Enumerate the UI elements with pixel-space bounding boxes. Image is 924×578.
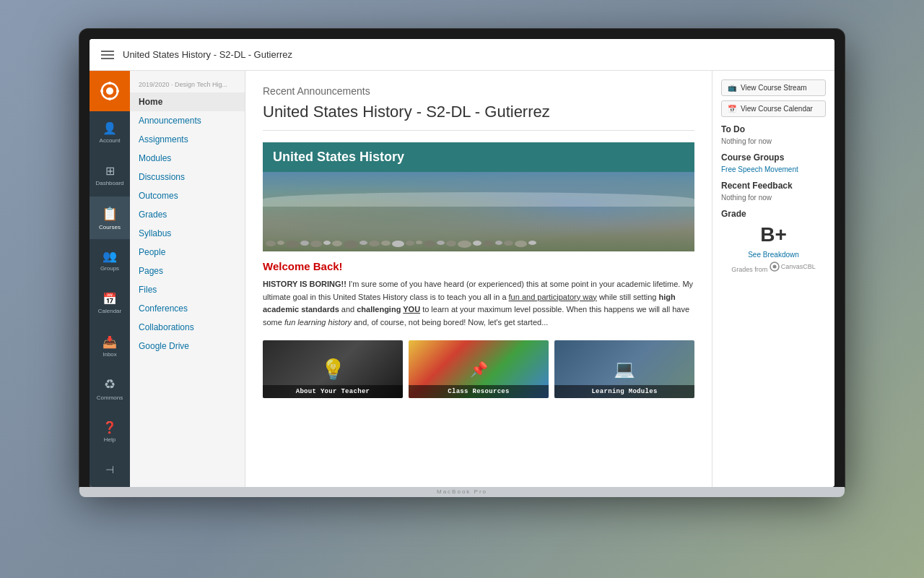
nav-item-calendar[interactable]: 📅 Calendar — [90, 282, 130, 324]
recent-announcements-label: Recent Announcements — [263, 85, 694, 97]
sidebar-item-conferences[interactable]: Conferences — [130, 299, 245, 318]
tile-class-resources[interactable]: Class Resources — [409, 340, 549, 398]
stream-icon: 📺 — [728, 84, 736, 92]
nav-item-help[interactable]: ❓ Help — [90, 410, 130, 453]
sidebar-item-home[interactable]: Home — [130, 92, 245, 111]
svg-point-5 — [116, 90, 119, 92]
course-image-bg — [263, 172, 694, 251]
view-course-stream-button[interactable]: 📺 View Course Stream — [721, 79, 826, 96]
tile-learning-modules-label: Learning Modules — [554, 385, 694, 398]
course-groups-title: Course Groups — [721, 152, 826, 163]
main-layout: 👤 Account ⊞ Dashboard 📋 Courses 👥 Groups — [90, 71, 834, 487]
left-nav: 👤 Account ⊞ Dashboard 📋 Courses 👥 Groups — [90, 71, 130, 487]
nav-item-commons[interactable]: ♻ Commons — [90, 368, 130, 410]
sidebar-item-syllabus[interactable]: Syllabus — [130, 224, 245, 243]
nav-item-dashboard[interactable]: ⊞ Dashboard — [90, 154, 130, 197]
right-panel: 📺 View Course Stream 📅 View Course Calen… — [712, 71, 834, 487]
grade-title: Grade — [721, 209, 826, 219]
svg-point-1 — [106, 87, 113, 95]
tile-about-teacher-label: About Your Teacher — [263, 385, 403, 398]
sidebar-item-announcements[interactable]: Announcements — [130, 111, 245, 130]
view-course-calendar-button[interactable]: 📅 View Course Calendar — [721, 100, 826, 117]
recent-feedback-title: Recent Feedback — [721, 181, 826, 191]
top-bar: United States History - S2-DL - Gutierre… — [90, 39, 834, 71]
sidebar-item-pages[interactable]: Pages — [130, 262, 245, 280]
sidebar-item-grades[interactable]: Grades — [130, 205, 245, 224]
to-do-title: To Do — [721, 124, 826, 134]
sidebar: 2019/2020 · Design Tech Hig... Home Anno… — [130, 71, 245, 487]
svg-point-7 — [772, 265, 776, 269]
commons-icon: ♻ — [104, 376, 116, 392]
svg-point-3 — [108, 98, 111, 100]
image-tiles: About Your Teacher Class Resources Learn… — [263, 340, 694, 398]
calendar-btn-icon: 📅 — [728, 105, 736, 113]
sidebar-item-assignments[interactable]: Assignments — [130, 130, 245, 149]
tile-class-resources-label: Class Resources — [409, 385, 549, 398]
grades-from: Grades from CanvasCBL — [721, 262, 826, 273]
help-icon: ❓ — [103, 420, 117, 434]
sidebar-item-collaborations[interactable]: Collaborations — [130, 318, 245, 337]
calendar-icon: 📅 — [103, 292, 117, 306]
course-banner: United States History — [263, 142, 694, 172]
course-description: HISTORY IS BORING!! I'm sure some of you… — [263, 278, 694, 329]
recent-feedback-nothing: Nothing for now — [721, 194, 826, 202]
nav-item-groups[interactable]: 👥 Groups — [90, 239, 130, 282]
tile-about-teacher[interactable]: About Your Teacher — [263, 340, 403, 398]
grade-value: B+ — [721, 223, 826, 246]
course-group-link[interactable]: Free Speech Movement — [721, 165, 826, 173]
to-do-nothing: Nothing for now — [721, 137, 826, 145]
groups-icon: 👥 — [103, 249, 117, 263]
courses-icon: 📋 — [102, 206, 118, 222]
page-title: United States History - S2-DL - Gutierre… — [263, 103, 694, 131]
sidebar-item-discussions[interactable]: Discussions — [130, 168, 245, 186]
sidebar-item-modules[interactable]: Modules — [130, 149, 245, 168]
collapse-icon: ⊣ — [105, 464, 114, 475]
sidebar-item-files[interactable]: Files — [130, 280, 245, 299]
tile-learning-modules[interactable]: Learning Modules — [554, 340, 694, 398]
canvas-cbl-logo: CanvasCBL — [770, 262, 816, 272]
account-icon: 👤 — [103, 121, 117, 135]
content-area: Recent Announcements United States Histo… — [245, 71, 712, 487]
dashboard-icon: ⊞ — [105, 164, 115, 178]
inbox-icon: 📥 — [103, 335, 117, 349]
nav-item-courses[interactable]: 📋 Courses — [90, 197, 130, 239]
sidebar-item-people[interactable]: People — [130, 243, 245, 262]
sidebar-item-google-drive[interactable]: Google Drive — [130, 337, 245, 355]
svg-point-2 — [108, 82, 111, 85]
nav-logo[interactable] — [90, 71, 130, 111]
nav-collapse-button[interactable]: ⊣ — [90, 453, 130, 487]
course-image — [263, 172, 694, 251]
nav-item-inbox[interactable]: 📥 Inbox — [90, 324, 130, 367]
welcome-back-heading: Welcome Back! — [263, 260, 694, 272]
nav-item-account[interactable]: 👤 Account — [90, 111, 130, 154]
sidebar-breadcrumb: 2019/2020 · Design Tech Hig... — [130, 77, 245, 92]
top-bar-title: United States History - S2-DL - Gutierre… — [123, 49, 292, 60]
keyboard-base — [79, 487, 845, 497]
hamburger-icon[interactable] — [101, 51, 114, 59]
svg-point-4 — [100, 90, 103, 92]
see-breakdown-link[interactable]: See Breakdown — [721, 251, 826, 259]
sidebar-item-outcomes[interactable]: Outcomes — [130, 186, 245, 205]
